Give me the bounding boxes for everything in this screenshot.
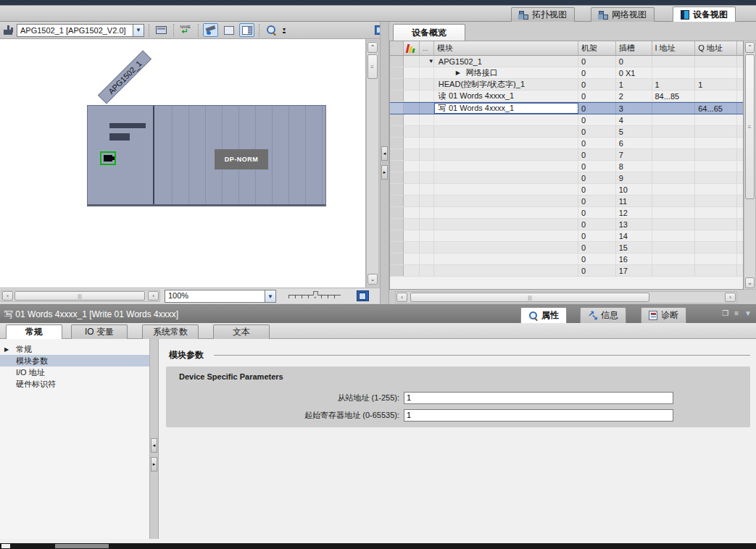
row-header-cell[interactable] (390, 67, 404, 78)
rack-cell[interactable]: 0 (578, 172, 616, 183)
q-address-cell[interactable] (695, 67, 737, 78)
restore-panel-icon[interactable]: ❐ (722, 309, 728, 317)
i-address-cell[interactable] (652, 172, 696, 183)
table-row[interactable]: 0 10 (390, 184, 743, 196)
rack-cell[interactable]: 0 (578, 161, 616, 172)
head-module-graphic[interactable] (88, 106, 154, 204)
filter-flag-column[interactable] (404, 41, 420, 55)
slot-cell[interactable]: 2 (616, 91, 652, 101)
module-cell[interactable] (434, 196, 578, 206)
rack-cell[interactable]: 0 (578, 149, 616, 160)
module-cell[interactable]: HEAD(控制字/状态字)_1 (434, 79, 578, 90)
tree-item[interactable]: 模块参数 (0, 355, 149, 366)
q-address-cell[interactable] (695, 207, 737, 218)
collapse-right-icon[interactable]: ▸ (381, 165, 388, 180)
q-address-cell[interactable] (695, 161, 737, 172)
tree-expander-icon[interactable]: ▶ (4, 346, 12, 353)
rack-cell[interactable]: 0 (578, 56, 616, 67)
i-address-cell[interactable] (652, 265, 696, 276)
chevron-down-icon[interactable]: ▼ (265, 290, 275, 302)
slot-cell[interactable]: 13 (616, 219, 652, 230)
rack-cell[interactable]: 0 (578, 242, 616, 253)
expand-panel-icon[interactable]: ≡ (734, 309, 739, 317)
network-port[interactable] (100, 151, 116, 165)
fit-to-view-icon[interactable] (357, 290, 369, 301)
properties-nav-tab[interactable]: 系统常数 (142, 324, 199, 339)
tab-properties[interactable]: 属性 (520, 307, 567, 323)
table-row[interactable]: 0 6 (390, 138, 743, 149)
slot-cell[interactable]: 7 (616, 149, 652, 160)
i-address-cell[interactable] (652, 207, 696, 218)
i-address-cell[interactable] (652, 103, 696, 114)
slot-cell[interactable]: 10 (616, 184, 652, 195)
tab-info[interactable]: 信息 (580, 307, 626, 323)
row-header-cell[interactable] (390, 172, 404, 183)
q-address-cell[interactable] (695, 172, 737, 183)
row-header-cell[interactable] (390, 114, 404, 125)
module-cell[interactable] (434, 207, 578, 218)
tab-device-overview[interactable]: 设备概览 (393, 24, 465, 41)
slot-column-header[interactable]: 插槽 (616, 41, 652, 55)
rack-cell[interactable]: 0 (578, 230, 616, 241)
i-address-cell[interactable] (652, 161, 696, 172)
tree-expander-icon[interactable]: ▼ (428, 58, 436, 64)
chevron-down-icon[interactable]: ▼ (133, 25, 144, 36)
properties-nav-tab[interactable]: IO 变量 (71, 324, 128, 339)
row-header-cell[interactable] (390, 149, 404, 160)
i-address-cell[interactable] (652, 149, 696, 160)
tab-device-view[interactable]: 设备视图 (673, 7, 736, 22)
slot-cell[interactable]: 12 (616, 207, 652, 218)
collapse-panel-icon[interactable]: ▼ (744, 309, 752, 317)
module-cell[interactable] (434, 172, 578, 183)
overview-vscroll-thumb[interactable]: ≡ (745, 54, 755, 199)
slot-cell[interactable]: 8 (616, 161, 652, 172)
canvas-vertical-scrollbar[interactable]: ⌃ ≡ ⌄ (366, 41, 379, 286)
row-header-cell[interactable] (390, 126, 404, 137)
canvas-hscroll-thumb[interactable]: ||| (14, 291, 145, 301)
table-row[interactable]: 读 01 Words 4xxxx_1 0 2 84...85 (390, 91, 743, 102)
i-address-cell[interactable] (652, 196, 696, 206)
properties-nav-tab[interactable]: 文本 (213, 324, 270, 339)
table-row[interactable]: 0 13 (390, 219, 743, 230)
table-row[interactable]: ▶网络接口 0 0 X1 (390, 67, 743, 79)
i-address-cell[interactable] (652, 219, 696, 230)
table-row[interactable]: ▼APG1502_1 0 0 (390, 56, 743, 67)
rack-cell[interactable]: 0 (578, 253, 616, 264)
device-name-label[interactable]: APG1502_1 (98, 50, 151, 104)
scroll-up-icon[interactable]: ⌃ (367, 42, 378, 53)
slot-cell[interactable]: 5 (616, 126, 652, 137)
slave-address-input[interactable] (404, 392, 673, 404)
module-cell[interactable]: 写 01 Words 4xxxx_1 (434, 103, 578, 114)
q-address-cell[interactable] (695, 184, 737, 195)
q-address-cell[interactable] (695, 196, 737, 206)
scroll-left-icon[interactable]: ‹ (396, 293, 407, 302)
overview-hscroll-thumb[interactable]: ||| (410, 293, 649, 302)
table-row[interactable]: 0 9 (390, 172, 743, 184)
tree-item[interactable]: ▶ 常规 (0, 343, 149, 355)
q-address-column-header[interactable]: Q 地址 (695, 41, 737, 55)
table-row[interactable]: 0 8 (390, 161, 743, 172)
slot-cell[interactable]: 11 (616, 196, 652, 206)
module-cell[interactable] (434, 138, 578, 148)
canvas-horizontal-scrollbar[interactable]: ‹ ||| › (1, 290, 160, 302)
canvas-vscroll-thumb[interactable]: ≡ (367, 54, 378, 79)
rack-cell[interactable]: 0 (578, 114, 616, 125)
q-address-cell[interactable] (695, 230, 737, 241)
module-cell[interactable] (434, 149, 578, 160)
row-header-cell[interactable] (390, 161, 404, 172)
table-row[interactable]: 0 12 (390, 207, 743, 219)
grid-view-button[interactable] (221, 23, 236, 37)
slot-cell[interactable]: 0 (616, 56, 652, 67)
overview-vertical-scrollbar[interactable]: ⌃ ≡ ⌄ (744, 41, 756, 290)
slot-cell[interactable]: 14 (616, 230, 652, 241)
tree-content-splitter[interactable]: ◂ ▸ (150, 339, 159, 539)
module-cell[interactable] (434, 219, 578, 230)
module-cell[interactable] (434, 242, 578, 253)
i-address-cell[interactable] (652, 230, 696, 241)
slot-cell[interactable]: 0 X1 (616, 67, 652, 78)
tab-topology-view[interactable]: 拓扑视图 (511, 7, 575, 22)
tree-item[interactable]: I/O 地址 (0, 366, 149, 378)
module-cell[interactable] (434, 253, 578, 264)
rack-cell[interactable]: 0 (578, 196, 616, 206)
i-address-cell[interactable] (652, 114, 696, 125)
